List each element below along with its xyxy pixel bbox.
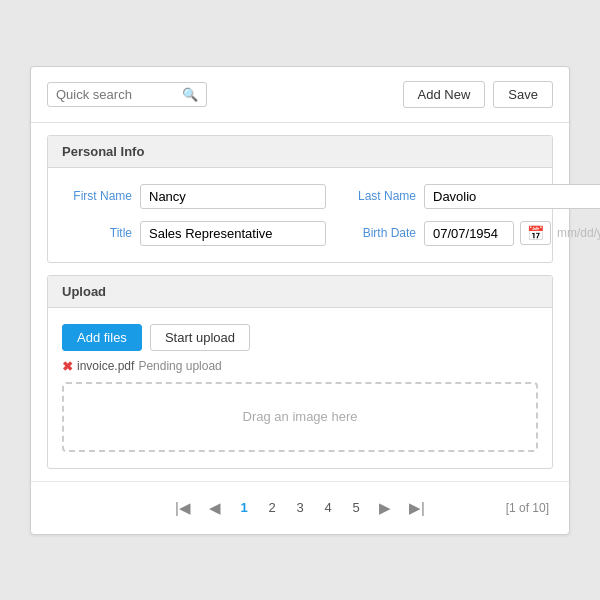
pagination: |◀ ◀ 1 2 3 4 5 ▶ ▶| [1 of 10]: [31, 481, 569, 534]
calendar-button[interactable]: 📅: [520, 221, 551, 245]
main-card: 🔍 Add New Save Personal Info First Name …: [30, 66, 570, 535]
title-row: Title: [62, 221, 326, 246]
first-page-button[interactable]: |◀: [168, 496, 198, 520]
add-files-button[interactable]: Add files: [62, 324, 142, 351]
page-info: [1 of 10]: [506, 501, 549, 515]
page-3-button[interactable]: 3: [288, 497, 312, 518]
first-name-row: First Name: [62, 184, 326, 209]
page-5-button[interactable]: 5: [344, 497, 368, 518]
search-box[interactable]: 🔍: [47, 82, 207, 107]
last-name-label: Last Name: [346, 189, 416, 203]
page-1-button[interactable]: 1: [232, 497, 256, 518]
prev-page-button[interactable]: ◀: [202, 496, 228, 520]
search-icon: 🔍: [182, 87, 198, 102]
last-name-input[interactable]: [424, 184, 600, 209]
drop-zone-hint: Drag an image here: [243, 409, 358, 424]
remove-file-icon[interactable]: ✖: [62, 359, 73, 374]
start-upload-button[interactable]: Start upload: [150, 324, 250, 351]
file-status: Pending upload: [138, 359, 221, 373]
form-grid: First Name Last Name Title Birth Date: [62, 184, 538, 246]
file-name: invoice.pdf: [77, 359, 134, 373]
personal-info-section: Personal Info First Name Last Name Title: [47, 135, 553, 263]
upload-section: Upload Add files Start upload ✖ invoice.…: [47, 275, 553, 469]
save-button[interactable]: Save: [493, 81, 553, 108]
next-page-button[interactable]: ▶: [372, 496, 398, 520]
last-name-row: Last Name: [346, 184, 600, 209]
upload-header: Upload: [48, 276, 552, 308]
drop-zone[interactable]: Drag an image here: [62, 382, 538, 452]
first-name-input[interactable]: [140, 184, 326, 209]
title-label: Title: [62, 226, 132, 240]
personal-info-header: Personal Info: [48, 136, 552, 168]
title-input[interactable]: [140, 221, 326, 246]
birth-date-controls: 📅 mm/dd/yyyy: [424, 221, 600, 246]
birth-date-input[interactable]: [424, 221, 514, 246]
birth-date-label: Birth Date: [346, 226, 416, 240]
personal-info-body: First Name Last Name Title Birth Date: [48, 168, 552, 262]
file-item: ✖ invoice.pdf Pending upload: [62, 359, 538, 374]
toolbar: 🔍 Add New Save: [31, 67, 569, 123]
birth-date-row: Birth Date 📅 mm/dd/yyyy: [346, 221, 600, 246]
upload-controls: Add files Start upload: [62, 324, 538, 351]
last-page-button[interactable]: ▶|: [402, 496, 432, 520]
add-new-button[interactable]: Add New: [403, 81, 486, 108]
upload-body: Add files Start upload ✖ invoice.pdf Pen…: [48, 308, 552, 468]
page-4-button[interactable]: 4: [316, 497, 340, 518]
search-input[interactable]: [56, 87, 176, 102]
date-hint: mm/dd/yyyy: [557, 226, 600, 240]
first-name-label: First Name: [62, 189, 132, 203]
page-2-button[interactable]: 2: [260, 497, 284, 518]
